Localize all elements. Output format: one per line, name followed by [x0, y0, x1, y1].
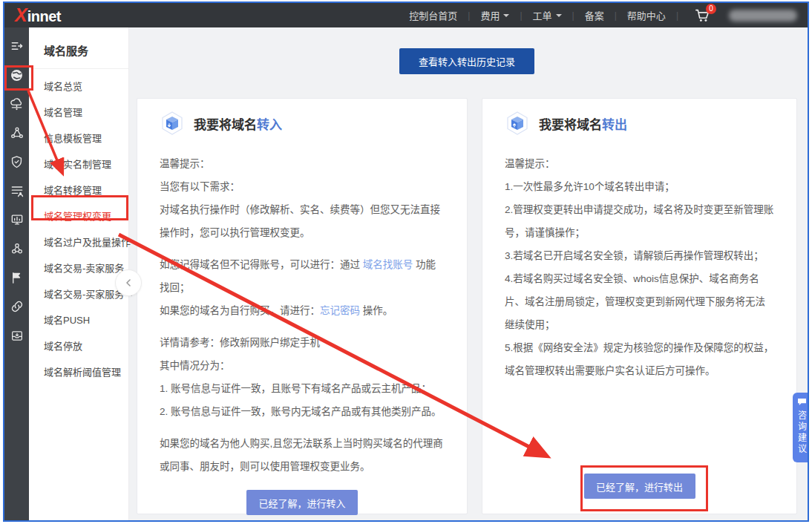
nav-tickets-menu[interactable]: 工单 [528, 8, 566, 22]
speech-bubble-icon [797, 398, 807, 406]
collapse-menu-icon[interactable] [9, 38, 25, 54]
sidebar-title: 域名服务 [29, 39, 128, 69]
sidebar-item-dns-threshold[interactable]: 域名解析阈值管理 [29, 359, 128, 385]
tip-line: 其中情况分为： [160, 354, 445, 377]
share-network-icon[interactable] [9, 125, 25, 141]
logo-text: innet [27, 9, 61, 24]
flag-icon[interactable] [9, 269, 25, 286]
sidebar-item-domain-push[interactable]: 域名PUSH [29, 307, 128, 333]
transfer-in-card: 我要将域名转入 温馨提示： 当您有以下需求： 对域名执行操作时（修改解析、实名、… [137, 98, 468, 514]
chevron-down-icon [503, 14, 509, 20]
user-account-redacted[interactable] [729, 10, 797, 22]
transfer-in-tips: 温馨提示： 当您有以下需求： 对域名执行操作时（修改解析、实名、续费等）但您又无… [160, 152, 445, 478]
xinnet-logo[interactable]: X innet [15, 6, 61, 24]
sidebar-item-domain-transfer[interactable]: 域名转移管理 [29, 177, 128, 203]
main-content: 查看转入转出历史记录 我要将域名转入 [129, 27, 808, 520]
tip-line: 5.根据《网络安全法》规定为核验您的操作及保障您的权益，域名管理权转出需要账户实… [505, 336, 774, 382]
domain-globe-icon[interactable] [9, 67, 25, 83]
sidebar-item-domain-management[interactable]: 域名管理 [29, 99, 128, 125]
tip-line: 如果您的域名为他人购买,且您无法联系上当时购买域名的代理商或同事、朋友时，则可以… [160, 432, 445, 478]
forgot-password-link[interactable]: 忘记密码 [320, 305, 360, 316]
domain-services-sidebar: 域名服务 域名总览 域名管理 信息模板管理 域名实名制管理 域名转移管理 域名管… [29, 27, 129, 520]
proceed-transfer-out-button[interactable]: 已经了解，进行转出 [584, 474, 695, 499]
nav-separator: | [468, 10, 470, 21]
tip-line: 对域名执行操作时（修改解析、实名、续费等）但您又无法直接操作时，您可以执行管理权… [160, 198, 445, 244]
top-nav-links: 控制台首页 | 费用 | 工单 | 备案 | 帮助中心 | 0 [405, 8, 797, 22]
sidebar-menu: 域名总览 域名管理 信息模板管理 域名实名制管理 域名转移管理 域名管理权变更 … [29, 69, 128, 385]
feedback-label: 咨询建议 [796, 410, 808, 455]
tip-line: 2.管理权变更转出申请提交成功，域名将及时变更至新管理账号，请谨慎操作； [505, 198, 774, 244]
nav-separator: | [615, 10, 617, 21]
transfer-in-title: 我要将域名转入 [194, 114, 282, 133]
transfer-out-tips: 温馨提示： 1.一次性最多允许10个域名转出申请； 2.管理权变更转出申请提交成… [505, 152, 774, 382]
top-navigation-bar: X innet 控制台首页 | 费用 | 工单 | 备案 | 帮助中心 | 0 [4, 3, 808, 27]
sidebar-item-trade-buyer[interactable]: 域名交易-买家服务 [29, 281, 128, 307]
link-icon[interactable] [9, 298, 25, 315]
cart-count-badge: 0 [706, 4, 716, 14]
icon-rail-sidebar [4, 27, 29, 520]
nav-console-home[interactable]: 控制台首页 [405, 8, 462, 22]
tip-heading: 温馨提示： [505, 152, 774, 175]
app-window: X innet 控制台首页 | 费用 | 工单 | 备案 | 帮助中心 | 0 [3, 1, 809, 522]
domain-cube-icon [160, 111, 185, 136]
sidebar-item-real-name[interactable]: 域名实名制管理 [29, 151, 128, 177]
chevron-down-icon [556, 14, 562, 20]
shield-icon[interactable] [9, 154, 25, 170]
sidebar-item-trade-seller[interactable]: 域名交易-卖家服务 [29, 255, 128, 281]
feedback-side-tab[interactable]: 咨询建议 [793, 393, 809, 462]
logo-x-mark: X [15, 6, 27, 24]
cluster-nodes-icon[interactable] [9, 240, 25, 257]
sidebar-item-info-template[interactable]: 信息模板管理 [29, 125, 128, 151]
inbox-mail-icon[interactable] [9, 327, 25, 344]
sidebar-item-ownership-batch[interactable]: 域名过户及批量操作 [29, 229, 128, 255]
tip-line: 4.若域名购买过域名安全锁、whois信息保护、域名商务名片、域名注册局锁定，管… [505, 267, 774, 336]
sidebar-item-domain-parking[interactable]: 域名停放 [29, 333, 128, 359]
nav-icp-filing[interactable]: 备案 [580, 8, 609, 22]
transfer-out-card: 我要将域名转出 温馨提示： 1.一次性最多允许10个域名转出申请； 2.管理权变… [482, 98, 797, 514]
nav-help-center[interactable]: 帮助中心 [623, 8, 670, 22]
tip-heading: 温馨提示： [160, 152, 445, 175]
monitor-chart-icon[interactable] [9, 212, 25, 228]
view-transfer-history-button[interactable]: 查看转入转出历史记录 [399, 48, 534, 74]
nav-separator: | [572, 10, 574, 21]
transfer-out-title: 我要将域名转出 [539, 114, 627, 133]
sidebar-item-management-rights-change[interactable]: 域名管理权变更 [29, 203, 128, 229]
tip-line: 如您记得域名但不记得账号，可以进行：通过 域名找账号 功能找回； [160, 253, 445, 299]
sidebar-item-domain-overview[interactable]: 域名总览 [29, 73, 128, 99]
tip-line: 1.一次性最多允许10个域名转出申请； [505, 175, 774, 198]
nav-separator: | [676, 10, 678, 21]
proceed-transfer-in-button[interactable]: 已经了解，进行转入 [246, 490, 358, 515]
domain-cube-icon [505, 111, 530, 136]
cloud-server-icon[interactable] [9, 96, 25, 112]
tip-line: 1. 账号信息与证件一致，且账号下有域名产品或云主机产品； [160, 377, 445, 400]
tip-line: 如果您的域名为自行购买，请进行：忘记密码 操作。 [160, 299, 445, 322]
sidebar-collapse-button[interactable] [115, 269, 142, 296]
shopping-cart-button[interactable]: 0 [695, 9, 710, 22]
nav-fees-menu[interactable]: 费用 [476, 8, 514, 22]
tip-line: 3.若域名已开启域名安全锁，请解锁后再操作管理权转出； [505, 244, 774, 267]
database-user-icon[interactable] [9, 183, 25, 199]
tip-line: 当您有以下需求： [160, 175, 445, 198]
chevron-left-icon [125, 278, 132, 287]
nav-separator: | [520, 10, 522, 21]
tip-line: 2. 账号信息与证件一致，账号内无域名产品或有其他类别产品。 [160, 400, 445, 423]
find-account-link[interactable]: 域名找账号 [363, 259, 413, 270]
tip-line: 详情请参考：修改新网账户绑定手机 [160, 331, 445, 354]
